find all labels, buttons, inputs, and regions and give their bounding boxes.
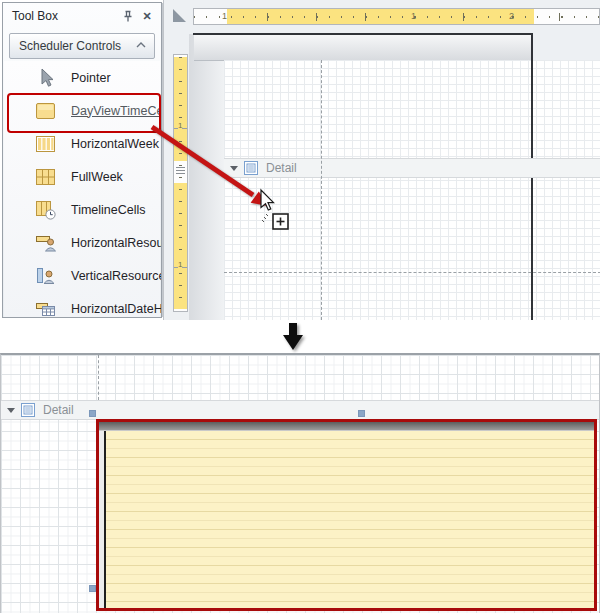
chevron-up-icon	[136, 42, 146, 49]
toolbox-item-label: FullWeek	[71, 170, 123, 184]
dayviewtimecells-control[interactable]	[96, 419, 597, 611]
down-arrow-icon	[276, 321, 310, 353]
ruler-tick	[463, 13, 464, 21]
toolbox-item-label: HorizontalWeek	[71, 137, 159, 151]
horizontal-ruler: 1 1 2	[193, 8, 600, 25]
ruler-number: 1	[178, 121, 182, 130]
close-icon[interactable]: ✕	[140, 9, 154, 23]
ruler-corner-icon	[173, 9, 186, 22]
full-week-icon	[34, 166, 58, 188]
design-surface[interactable]: 1 1 2 1 1 Detail	[163, 0, 600, 320]
vertical-ruler: 1 1	[173, 54, 188, 312]
collapse-triangle-icon[interactable]	[7, 408, 15, 413]
designer-screenshot-before: Tool Box ✕ Scheduler Controls Pointer	[0, 0, 600, 320]
toolbox-item-label: VerticalResourceH...	[71, 269, 162, 283]
dayview-timecells-icon	[34, 100, 58, 122]
pin-icon[interactable]	[121, 9, 135, 23]
selection-handle[interactable]	[358, 410, 365, 417]
ruler-number: 2	[509, 11, 514, 21]
ruler-tick	[267, 13, 268, 21]
toolbox-title: Tool Box	[12, 9, 58, 23]
ruler-tick	[365, 13, 366, 21]
control-header-strip	[99, 422, 594, 431]
ruler-tick	[316, 13, 317, 21]
toolbox-item-label: TimelineCells	[71, 203, 146, 217]
toolbox-item-horizontaldateheader[interactable]: HorizontalDateHe...	[4, 292, 160, 318]
detail-band-header[interactable]: Detail	[224, 158, 600, 178]
designer-drag-drop-tutorial: { "toolbox": { "title": "Tool Box", "cat…	[0, 0, 600, 613]
pointer-icon	[34, 67, 58, 89]
ruler-number: 1	[411, 11, 416, 21]
horizontal-resource-icon	[34, 232, 58, 254]
ruler-tick	[559, 13, 560, 21]
band-splitter-icon[interactable]	[176, 167, 185, 175]
toolbox-item-pointer[interactable]: Pointer	[4, 61, 160, 94]
margin-guide-vertical	[98, 355, 99, 400]
horizontal-ruler-ticks	[194, 16, 599, 18]
toolbox-item-label: DayViewTimeCells	[71, 104, 162, 118]
vertical-resource-icon	[34, 265, 58, 287]
toolbox-item-horizontalresource[interactable]: HorizontalResourc...	[4, 226, 160, 259]
toolbox-item-label: Pointer	[71, 71, 111, 85]
category-header-scheduler-controls[interactable]: Scheduler Controls	[9, 33, 155, 59]
category-label: Scheduler Controls	[19, 39, 121, 53]
toolbox-item-list: Pointer DayViewTimeCells HorizontalWeek …	[4, 61, 160, 317]
toolbox-titlebar: Tool Box	[3, 3, 161, 29]
selection-handle[interactable]	[89, 410, 96, 417]
time-cell-rows	[106, 431, 594, 608]
band-icon	[244, 161, 259, 176]
band-icon	[21, 403, 36, 418]
timeline-cells-icon	[34, 199, 58, 221]
toolbox-item-timelinecells[interactable]: TimelineCells	[4, 193, 160, 226]
margin-guide-vertical	[321, 60, 322, 320]
band-label: Detail	[266, 161, 297, 175]
toolbox-panel: Tool Box ✕ Scheduler Controls Pointer	[2, 2, 162, 318]
designer-screenshot-after: Detail	[0, 353, 600, 613]
toolbox-item-verticalresource[interactable]: VerticalResourceH...	[4, 259, 160, 292]
toolbox-item-label: HorizontalResourc...	[71, 236, 162, 250]
collapse-triangle-icon[interactable]	[230, 166, 238, 171]
band-label: Detail	[43, 403, 74, 417]
toolbox-item-dayviewtimecells[interactable]: DayViewTimeCells	[4, 94, 160, 127]
toolbox-item-horizontalweek[interactable]: HorizontalWeek	[4, 127, 160, 160]
margin-guide-horizontal	[224, 272, 600, 273]
control-left-gutter	[99, 431, 106, 608]
vertical-ruler-ticks	[179, 57, 182, 309]
ruler-number: 1	[178, 260, 182, 269]
toolbox-item-fullweek[interactable]: FullWeek	[4, 160, 160, 193]
horizontal-week-icon	[34, 133, 58, 155]
toolbox-item-label: HorizontalDateHe...	[71, 302, 162, 316]
ruler-number: 1	[222, 11, 227, 21]
horizontal-dateheader-icon	[34, 298, 58, 319]
selection-handle[interactable]	[89, 585, 96, 592]
